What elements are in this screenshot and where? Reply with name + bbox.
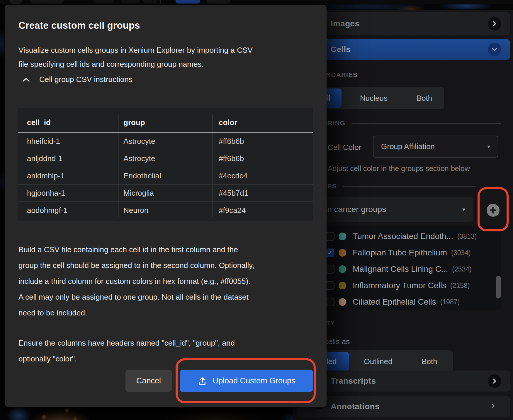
group-color-dot xyxy=(339,282,346,289)
section-divider xyxy=(342,323,501,323)
coloring-hint-text: Adjust cell color in the groups section … xyxy=(328,164,470,173)
transcripts-label: Transcripts xyxy=(331,376,376,386)
group-name: Malignant Cells Lining C... xyxy=(353,264,448,274)
transcripts-expand-button[interactable] xyxy=(488,374,501,388)
table-row: anldmhlp-1Endothelial#4ecdc4 xyxy=(18,167,313,185)
toolbar-button[interactable] xyxy=(207,0,230,4)
table-row: hgjoonha-1Microglia#45b7d1 xyxy=(18,185,313,202)
sidebar-item-cells[interactable]: Cells xyxy=(298,39,510,60)
group-count: (3813) xyxy=(457,233,477,240)
group-name: Tumor Associated Endoth... xyxy=(353,232,453,241)
sidebar-item-annotations[interactable]: Annotations xyxy=(298,396,510,417)
section-coloring: COLORING xyxy=(308,119,501,127)
images-expand-button[interactable] xyxy=(488,17,501,30)
table-cell: #ff6b6b xyxy=(213,137,313,146)
csv-example-table: cell_idgroupcolor hheifcid-1Astrocyte#ff… xyxy=(18,108,313,221)
group-color-dot xyxy=(339,233,346,240)
table-header-cell: group xyxy=(118,118,213,127)
csv-instructions-label: Cell group CSV instructions xyxy=(39,75,133,84)
group-count: (2534) xyxy=(452,265,471,273)
table-cell: #4ecdc4 xyxy=(213,171,313,180)
table-cell: anljddnd-1 xyxy=(18,154,118,163)
toolbar-divider xyxy=(160,0,161,4)
group-checkbox[interactable] xyxy=(326,232,334,241)
table-row: hheifcid-1Astrocyte#ff6b6b xyxy=(18,133,313,150)
section-divider xyxy=(364,75,501,75)
group-color-dot xyxy=(339,298,346,306)
chevron-right-icon xyxy=(490,403,496,409)
group-name: Fallopian Tube Epithelium xyxy=(353,248,447,257)
top-toolbar xyxy=(0,0,513,4)
table-cell: #f9ca24 xyxy=(213,206,313,215)
group-color-dot xyxy=(339,265,346,273)
cell-color-label: Cell Color xyxy=(328,143,361,152)
chevron-up-icon xyxy=(22,77,30,82)
toolbar-button[interactable] xyxy=(121,0,140,3)
table-cell: anldmhlp-1 xyxy=(18,171,118,180)
cells-label: Cells xyxy=(331,45,351,54)
images-label: Images xyxy=(331,19,359,28)
group-checkbox[interactable] xyxy=(326,281,334,290)
boundary-option-nucleus[interactable]: Nucleus xyxy=(342,88,406,108)
annotations-expand-button[interactable] xyxy=(490,403,496,410)
boundary-option-both[interactable]: Both xyxy=(406,88,443,108)
annotations-label: Annotations xyxy=(331,402,380,411)
group-color-dot xyxy=(339,249,346,257)
group-checkbox[interactable]: ✓ xyxy=(326,248,334,257)
chevron-right-icon xyxy=(492,378,497,384)
toolbar-button[interactable] xyxy=(93,0,114,3)
dropdown-caret-icon: ▾ xyxy=(462,206,465,213)
table-cell: #ff6b6b xyxy=(213,154,313,163)
group-checkbox[interactable] xyxy=(326,265,334,274)
sidebar-item-transcripts[interactable]: Transcripts xyxy=(298,371,510,392)
dialog-title: Create custom cell groups xyxy=(18,20,140,31)
cell-color-select[interactable]: Group Affiliation ▾ xyxy=(373,136,498,158)
section-boundaries: BOUNDARIES xyxy=(311,71,501,79)
table-header-cell: color xyxy=(213,118,313,127)
display-option-both[interactable]: Both xyxy=(407,352,451,371)
cell-color-value: Group Affiliation xyxy=(381,142,435,151)
sidebar-item-images[interactable]: Images xyxy=(298,12,510,35)
cancel-button[interactable]: Cancel xyxy=(125,370,172,392)
annotation-highlight-add-group xyxy=(478,187,509,231)
chevron-down-icon xyxy=(491,46,498,53)
dialog-body-text-1: Build a CSV file containing each cell id… xyxy=(18,242,306,321)
table-cell: Microglia xyxy=(118,189,213,198)
table-cell: #45b7d1 xyxy=(213,189,313,198)
toolbar-button[interactable] xyxy=(143,0,157,3)
section-divider xyxy=(352,123,501,124)
table-cell: Endothelial xyxy=(118,171,213,180)
display-mode-segmented-control: Filled Outlined Both xyxy=(305,350,453,373)
table-row: anljddnd-1Astrocyte#ff6b6b xyxy=(18,150,313,167)
table-header-cell: cell_id xyxy=(18,118,118,127)
group-name: Inflammatory Tumor Cells xyxy=(353,281,446,290)
group-list-scrollbar[interactable] xyxy=(496,276,501,298)
csv-table-body: hheifcid-1Astrocyte#ff6b6banljddnd-1Astr… xyxy=(18,133,313,219)
display-option-outlined[interactable]: Outlined xyxy=(349,352,407,371)
toolbar-button[interactable] xyxy=(30,0,64,4)
table-cell: hheifcid-1 xyxy=(18,137,118,146)
section-visibility: VISIBILITY xyxy=(299,319,501,327)
dialog-intro-text: Visualize custom cells groups in Xenium … xyxy=(18,43,312,71)
toolbar-active-button[interactable] xyxy=(176,0,200,4)
chevron-right-icon xyxy=(492,21,497,27)
group-count: (1987) xyxy=(440,298,460,306)
table-cell: Astrocyte xyxy=(118,154,213,163)
group-count: (3034) xyxy=(451,249,470,257)
table-cell: Astrocyte xyxy=(118,137,213,146)
annotation-highlight-upload xyxy=(176,358,316,403)
table-cell: aodohmgf-1 xyxy=(18,206,118,215)
section-divider xyxy=(343,186,475,187)
group-name: Ciliated Epithelial Cells xyxy=(353,297,436,307)
group-checkbox[interactable] xyxy=(326,298,334,306)
cells-collapse-button[interactable] xyxy=(488,43,501,56)
create-custom-cell-groups-dialog: Create custom cell groups Visualize cust… xyxy=(5,5,327,407)
section-groups: GROUPS xyxy=(307,182,475,190)
csv-instructions-toggle[interactable]: Cell group CSV instructions xyxy=(22,75,133,84)
table-cell: Neuron xyxy=(118,206,213,215)
table-cell: hgjoonha-1 xyxy=(18,189,118,198)
select-caret-icon: ▾ xyxy=(487,143,490,150)
toolbar-button[interactable] xyxy=(10,0,22,4)
table-row: aodohmgf-1Neuron#f9ca24 xyxy=(18,202,313,219)
group-count: (2158) xyxy=(450,282,470,290)
